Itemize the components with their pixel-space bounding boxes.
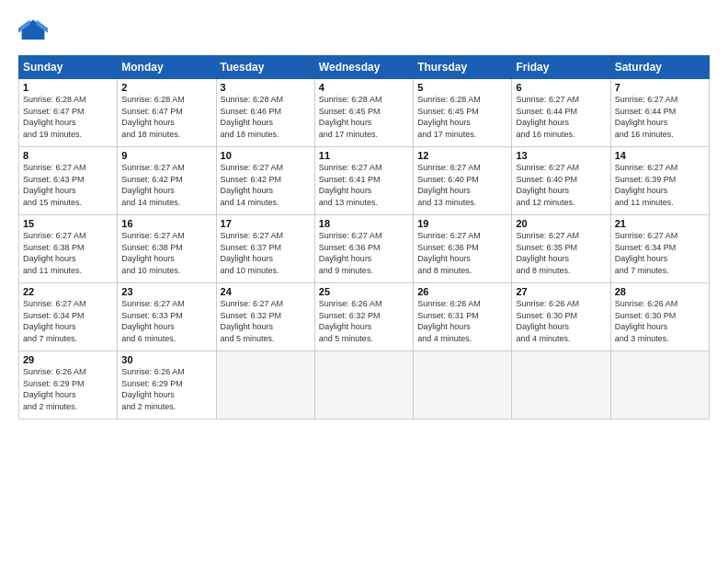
day-info: Sunrise: 6:26 AMSunset: 6:32 PMDaylight … <box>319 299 382 343</box>
day-cell-6: 6Sunrise: 6:27 AMSunset: 6:44 PMDaylight… <box>512 79 610 147</box>
empty-cell <box>314 351 413 419</box>
logo-icon <box>18 17 48 46</box>
day-info: Sunrise: 6:27 AMSunset: 6:42 PMDaylight … <box>221 163 284 207</box>
day-number: 1 <box>23 82 113 93</box>
day-number: 2 <box>121 82 211 93</box>
day-info: Sunrise: 6:27 AMSunset: 6:44 PMDaylight … <box>615 95 678 139</box>
day-number: 4 <box>319 82 409 93</box>
day-number: 12 <box>417 150 507 161</box>
day-cell-10: 10Sunrise: 6:27 AMSunset: 6:42 PMDayligh… <box>216 147 314 215</box>
day-number: 9 <box>121 150 211 161</box>
day-number: 6 <box>516 82 606 93</box>
day-info: Sunrise: 6:27 AMSunset: 6:43 PMDaylight … <box>23 163 86 207</box>
day-cell-11: 11Sunrise: 6:27 AMSunset: 6:41 PMDayligh… <box>314 147 413 215</box>
day-header-friday: Friday <box>512 56 610 79</box>
day-cell-22: 22Sunrise: 6:27 AMSunset: 6:34 PMDayligh… <box>19 283 118 351</box>
day-cell-21: 21Sunrise: 6:27 AMSunset: 6:34 PMDayligh… <box>610 215 709 283</box>
empty-cell <box>610 351 709 419</box>
day-info: Sunrise: 6:27 AMSunset: 6:36 PMDaylight … <box>417 231 481 275</box>
day-number: 22 <box>23 286 113 297</box>
day-info: Sunrise: 6:27 AMSunset: 6:42 PMDaylight … <box>121 163 185 207</box>
day-number: 23 <box>121 286 211 297</box>
day-number: 5 <box>417 82 507 93</box>
day-number: 8 <box>23 150 113 161</box>
day-cell-8: 8Sunrise: 6:27 AMSunset: 6:43 PMDaylight… <box>19 147 118 215</box>
day-number: 25 <box>319 286 409 297</box>
day-cell-27: 27Sunrise: 6:26 AMSunset: 6:30 PMDayligh… <box>512 283 610 351</box>
day-cell-14: 14Sunrise: 6:27 AMSunset: 6:39 PMDayligh… <box>610 147 709 215</box>
day-cell-30: 30Sunrise: 6:26 AMSunset: 6:29 PMDayligh… <box>118 351 216 419</box>
day-cell-2: 2Sunrise: 6:28 AMSunset: 6:47 PMDaylight… <box>118 79 216 147</box>
day-number: 11 <box>319 150 409 161</box>
empty-cell <box>512 351 610 419</box>
day-info: Sunrise: 6:27 AMSunset: 6:33 PMDaylight … <box>121 299 185 343</box>
day-number: 29 <box>23 354 113 365</box>
day-info: Sunrise: 6:26 AMSunset: 6:30 PMDaylight … <box>615 299 678 343</box>
day-info: Sunrise: 6:27 AMSunset: 6:39 PMDaylight … <box>615 163 678 207</box>
svg-marker-0 <box>22 20 45 40</box>
day-info: Sunrise: 6:28 AMSunset: 6:45 PMDaylight … <box>319 95 382 139</box>
day-cell-1: 1Sunrise: 6:28 AMSunset: 6:47 PMDaylight… <box>19 79 118 147</box>
day-info: Sunrise: 6:27 AMSunset: 6:32 PMDaylight … <box>221 299 284 343</box>
day-info: Sunrise: 6:28 AMSunset: 6:45 PMDaylight … <box>417 95 481 139</box>
day-cell-24: 24Sunrise: 6:27 AMSunset: 6:32 PMDayligh… <box>216 283 314 351</box>
day-cell-28: 28Sunrise: 6:26 AMSunset: 6:30 PMDayligh… <box>610 283 709 351</box>
day-info: Sunrise: 6:27 AMSunset: 6:40 PMDaylight … <box>516 163 579 207</box>
day-info: Sunrise: 6:27 AMSunset: 6:44 PMDaylight … <box>516 95 579 139</box>
day-info: Sunrise: 6:27 AMSunset: 6:34 PMDaylight … <box>615 231 678 275</box>
day-header-saturday: Saturday <box>610 56 709 79</box>
day-number: 18 <box>319 218 409 229</box>
day-number: 24 <box>221 286 311 297</box>
day-header-thursday: Thursday <box>414 56 512 79</box>
empty-cell <box>216 351 314 419</box>
day-cell-4: 4Sunrise: 6:28 AMSunset: 6:45 PMDaylight… <box>314 79 413 147</box>
day-number: 19 <box>417 218 507 229</box>
empty-cell <box>414 351 512 419</box>
day-info: Sunrise: 6:28 AMSunset: 6:47 PMDaylight … <box>23 95 86 139</box>
day-cell-23: 23Sunrise: 6:27 AMSunset: 6:33 PMDayligh… <box>118 283 216 351</box>
day-number: 27 <box>516 286 606 297</box>
day-cell-5: 5Sunrise: 6:28 AMSunset: 6:45 PMDaylight… <box>414 79 512 147</box>
day-info: Sunrise: 6:26 AMSunset: 6:29 PMDaylight … <box>121 367 185 411</box>
day-cell-15: 15Sunrise: 6:27 AMSunset: 6:38 PMDayligh… <box>19 215 118 283</box>
day-cell-18: 18Sunrise: 6:27 AMSunset: 6:36 PMDayligh… <box>314 215 413 283</box>
day-number: 20 <box>516 218 606 229</box>
day-cell-16: 16Sunrise: 6:27 AMSunset: 6:38 PMDayligh… <box>118 215 216 283</box>
day-cell-13: 13Sunrise: 6:27 AMSunset: 6:40 PMDayligh… <box>512 147 610 215</box>
day-number: 10 <box>221 150 311 161</box>
day-header-wednesday: Wednesday <box>314 56 413 79</box>
day-number: 3 <box>221 82 311 93</box>
week-row-1: 1Sunrise: 6:28 AMSunset: 6:47 PMDaylight… <box>19 79 710 147</box>
day-info: Sunrise: 6:27 AMSunset: 6:38 PMDaylight … <box>121 231 185 275</box>
day-number: 7 <box>615 82 705 93</box>
day-info: Sunrise: 6:27 AMSunset: 6:35 PMDaylight … <box>516 231 579 275</box>
day-info: Sunrise: 6:28 AMSunset: 6:47 PMDaylight … <box>121 95 185 139</box>
day-cell-26: 26Sunrise: 6:26 AMSunset: 6:31 PMDayligh… <box>414 283 512 351</box>
day-info: Sunrise: 6:27 AMSunset: 6:40 PMDaylight … <box>417 163 481 207</box>
day-info: Sunrise: 6:27 AMSunset: 6:41 PMDaylight … <box>319 163 382 207</box>
day-cell-12: 12Sunrise: 6:27 AMSunset: 6:40 PMDayligh… <box>414 147 512 215</box>
day-cell-17: 17Sunrise: 6:27 AMSunset: 6:37 PMDayligh… <box>216 215 314 283</box>
day-number: 30 <box>121 354 211 365</box>
day-info: Sunrise: 6:27 AMSunset: 6:38 PMDaylight … <box>23 231 86 275</box>
day-header-monday: Monday <box>118 56 216 79</box>
day-number: 26 <box>417 286 507 297</box>
day-info: Sunrise: 6:26 AMSunset: 6:30 PMDaylight … <box>516 299 579 343</box>
day-number: 13 <box>516 150 606 161</box>
day-number: 17 <box>221 218 311 229</box>
day-cell-7: 7Sunrise: 6:27 AMSunset: 6:44 PMDaylight… <box>610 79 709 147</box>
day-header-tuesday: Tuesday <box>216 56 314 79</box>
header <box>18 17 710 46</box>
day-number: 28 <box>615 286 705 297</box>
day-info: Sunrise: 6:27 AMSunset: 6:37 PMDaylight … <box>221 231 284 275</box>
day-number: 21 <box>615 218 705 229</box>
calendar-table: SundayMondayTuesdayWednesdayThursdayFrid… <box>18 55 710 419</box>
day-info: Sunrise: 6:27 AMSunset: 6:34 PMDaylight … <box>23 299 86 343</box>
day-header-sunday: Sunday <box>19 56 118 79</box>
day-number: 16 <box>121 218 211 229</box>
days-header-row: SundayMondayTuesdayWednesdayThursdayFrid… <box>19 56 710 79</box>
day-cell-25: 25Sunrise: 6:26 AMSunset: 6:32 PMDayligh… <box>314 283 413 351</box>
day-cell-9: 9Sunrise: 6:27 AMSunset: 6:42 PMDaylight… <box>118 147 216 215</box>
logo <box>18 17 53 46</box>
week-row-4: 22Sunrise: 6:27 AMSunset: 6:34 PMDayligh… <box>19 283 710 351</box>
